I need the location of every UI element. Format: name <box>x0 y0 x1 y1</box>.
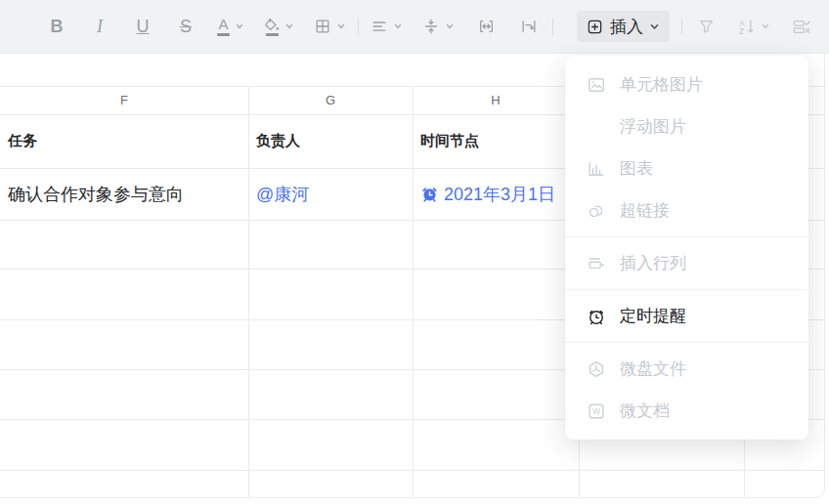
reminder-icon <box>587 307 606 326</box>
menu-item-chart[interactable]: 图表 <box>565 147 808 189</box>
menu-item-cell-image[interactable]: 单元格图片 <box>565 63 808 105</box>
bold-icon: B <box>51 18 64 35</box>
wedrive-file-icon <box>587 359 606 379</box>
format-toolbar: B I U S A <box>0 0 829 54</box>
fill-color-icon <box>264 18 280 36</box>
chevron-down-icon <box>235 21 244 31</box>
chart-icon <box>587 159 606 179</box>
sort-button[interactable]: A Z <box>737 11 770 42</box>
bold-button[interactable]: B <box>45 11 68 42</box>
chevron-down-icon <box>445 21 455 31</box>
menu-divider <box>565 289 808 290</box>
insert-plus-icon <box>587 19 603 35</box>
font-color-button[interactable]: A <box>217 11 244 42</box>
svg-text:Z: Z <box>739 26 744 36</box>
cell-date-text: 2021年3月1日 <box>444 183 555 206</box>
chevron-down-icon <box>761 21 770 31</box>
hyperlink-icon <box>587 201 606 221</box>
insert-button-label: 插入 <box>610 16 643 38</box>
data-validation-button[interactable] <box>790 11 813 42</box>
cell-task-value[interactable]: 确认合作对象参与意向 <box>8 168 184 220</box>
column-header-h[interactable]: H <box>413 86 579 114</box>
width-fit-icon <box>477 18 496 35</box>
svg-text:W: W <box>592 406 600 416</box>
strikethrough-icon: S <box>180 18 192 35</box>
text-wrap-button[interactable] <box>517 11 541 42</box>
dedupe-rows-icon <box>792 18 811 36</box>
insert-dropdown-menu: 单元格图片 浮动图片 图表 超链接 插入行列 <box>565 56 808 440</box>
filter-funnel-icon <box>697 18 716 35</box>
menu-divider <box>565 236 808 237</box>
vertical-align-center-icon <box>422 18 440 35</box>
horizontal-align-button[interactable] <box>371 11 403 42</box>
fill-color-button[interactable] <box>264 11 294 42</box>
cell-image-icon <box>587 75 606 95</box>
menu-item-wedrive-file[interactable]: 微盘文件 <box>565 348 808 390</box>
strikethrough-button[interactable]: S <box>174 11 197 42</box>
chevron-down-icon <box>649 21 660 32</box>
wedoc-icon: W <box>587 401 606 421</box>
grid-line <box>248 86 249 497</box>
underline-icon: U <box>137 18 150 35</box>
toolbar-separator <box>552 19 553 35</box>
column-width-button[interactable] <box>474 11 498 42</box>
vertical-align-button[interactable] <box>422 11 455 42</box>
menu-item-label: 单元格图片 <box>620 73 703 96</box>
text-wrap-icon <box>520 18 538 35</box>
insert-rows-cols-icon <box>587 254 606 273</box>
sort-az-icon: A Z <box>737 18 756 36</box>
filter-button[interactable] <box>694 11 718 42</box>
no-icon-spacer <box>587 117 606 137</box>
reminder-clock-icon <box>420 185 439 203</box>
font-color-icon: A <box>217 17 230 36</box>
cell-date-value[interactable]: 2021年3月1日 <box>420 168 555 220</box>
spreadsheet-app: B I U S A <box>0 0 829 504</box>
menu-item-insert-rows-cols[interactable]: 插入行列 <box>565 242 808 284</box>
menu-item-floating-image[interactable]: 浮动图片 <box>565 105 808 147</box>
menu-item-label: 微文档 <box>620 399 670 422</box>
toolbar-separator <box>358 19 359 35</box>
menu-item-wedoc[interactable]: W 微文档 <box>565 390 808 432</box>
grid-line <box>413 86 414 497</box>
menu-item-timed-reminder[interactable]: 定时提醒 <box>565 295 808 337</box>
menu-item-hyperlink[interactable]: 超链接 <box>565 189 808 231</box>
chevron-down-icon <box>336 21 346 31</box>
menu-divider <box>565 342 808 343</box>
cell-owner-header[interactable]: 负责人 <box>256 114 300 168</box>
italic-button[interactable]: I <box>88 11 111 42</box>
menu-item-label: 图表 <box>620 157 653 180</box>
cell-task-header[interactable]: 任务 <box>8 114 37 168</box>
align-left-icon <box>371 18 388 35</box>
chevron-down-icon <box>393 21 403 31</box>
column-header-g[interactable]: G <box>248 86 413 114</box>
cell-owner-mention[interactable]: @康河 <box>256 168 309 220</box>
borders-button[interactable] <box>314 11 346 42</box>
insert-button[interactable]: 插入 <box>577 11 670 42</box>
toolbar-separator <box>681 19 682 35</box>
italic-icon: I <box>97 18 103 35</box>
menu-item-label: 浮动图片 <box>620 115 686 138</box>
underline-button[interactable]: U <box>131 11 154 42</box>
menu-item-label: 超链接 <box>620 199 670 222</box>
borders-icon <box>314 18 331 35</box>
column-header-f[interactable]: F <box>0 86 248 114</box>
chevron-down-icon <box>284 21 294 31</box>
menu-item-label: 微盘文件 <box>620 357 686 380</box>
menu-item-label: 插入行列 <box>620 252 686 274</box>
cell-time-header[interactable]: 时间节点 <box>420 114 479 168</box>
menu-item-label: 定时提醒 <box>620 305 686 327</box>
